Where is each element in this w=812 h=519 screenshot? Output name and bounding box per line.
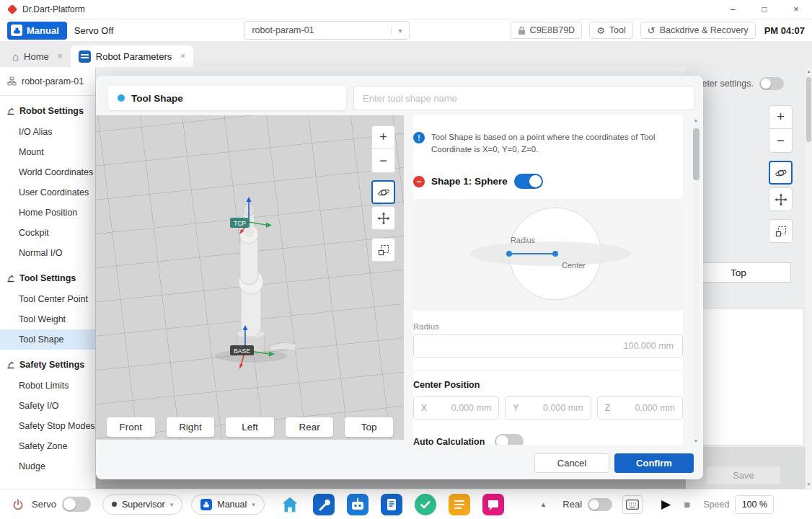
center-x-field[interactable]: X 0.000 mm [413,396,499,420]
scrollbar-thumb[interactable] [693,128,700,180]
tab-home[interactable]: ⌂ Home × [4,45,71,67]
servo-toggle[interactable] [62,497,91,512]
manual-label: Manual [27,25,59,36]
center-y-field[interactable]: Y 0.000 mm [505,396,591,420]
dialog-scrollbar[interactable]: ▲ ▼ [692,117,700,443]
shape-enabled-toggle[interactable] [514,174,543,189]
sidebar-section-safety-settings[interactable]: Safety Settings [0,354,95,376]
mode-select[interactable]: Manual ▾ [191,494,265,515]
tab-label: Home [24,51,49,62]
sidebar-item-cockpit[interactable]: Cockpit [0,223,95,243]
window-scrollbar[interactable]: ▲ ▼ [806,67,812,489]
sidebar-item-home-position[interactable]: Home Position [0,203,95,223]
save-button[interactable]: Save [706,466,781,485]
device-id-chip[interactable]: C9E8B79D [511,22,583,39]
backdrive-recovery-button[interactable]: ↺ Backdrive & Recovery [640,22,756,39]
scroll-down-icon[interactable]: ▼ [807,482,811,487]
radius-input[interactable] [413,334,683,358]
tool-button[interactable]: ⚙ Tool [589,22,633,39]
view-rear-button[interactable]: Rear [286,417,334,437]
status-monitor-icon[interactable] [415,494,436,515]
settings-hint-text: meter settings. [694,79,754,89]
rotate-view-button[interactable] [371,180,395,204]
sidebar-item-tool-shape[interactable]: Tool Shape [0,329,95,350]
sidebar-section-robot-settings[interactable]: Robot Settings [0,100,95,122]
dock-collapse-icon[interactable]: ▴ [542,500,546,509]
scroll-up-icon[interactable]: ▲ [694,117,699,123]
sidebar-item-user-coordinates[interactable]: User Coordinates [0,182,95,203]
workcell-manager-icon[interactable] [313,494,335,515]
sidebar-item-robot-limits[interactable]: Robot Limits [0,376,95,396]
virtual-keyboard-button[interactable] [622,495,643,514]
pan-view-button[interactable] [371,206,395,230]
role-select[interactable]: Supervisor ▾ [102,494,182,515]
scroll-up-icon[interactable]: ▲ [807,69,811,74]
center-z-field[interactable]: Z 0.000 mm [597,396,683,420]
sidebar-item-mount[interactable]: Mount [0,142,95,162]
view-left-button[interactable]: Left [226,417,274,437]
zoom-in-button[interactable]: + [371,125,395,149]
bg-rotate-view-button[interactable] [769,161,793,185]
diagram-center-label: Center [562,261,586,270]
tool-shape-name-input[interactable] [353,86,694,110]
sidebar-item-io-alias[interactable]: I/O Alias [0,122,95,142]
robot-3d-viewport[interactable]: TCP BASE + − [96,115,404,440]
info-row: ! Tool Shape is based on a point where t… [413,131,683,155]
tab-close-icon[interactable]: × [58,51,63,61]
minimize-button[interactable]: – [717,0,749,19]
zoom-controls: + − [371,125,395,173]
real-toggle[interactable] [588,498,612,511]
bg-projection-view-button[interactable] [769,219,793,243]
shape-row: − Shape 1: Sphere [413,174,683,189]
bg-zoom-in-button[interactable]: + [769,105,793,129]
auto-calculation-toggle[interactable] [495,434,524,445]
speed-value[interactable]: 100 % [735,495,774,514]
tool-shape-dialog: Tool Shape [96,76,703,479]
robot-param-select[interactable]: robot-param-01 ▾ [244,21,410,40]
view-top-button[interactable]: Top [345,417,393,437]
sidebar-item-tool-center-point[interactable]: Tool Center Point [0,289,95,309]
manual-mode-button[interactable]: Manual [7,22,67,40]
scroll-down-icon[interactable]: ▼ [694,438,699,443]
pan-icon [775,193,787,206]
tab-close-icon[interactable]: × [180,51,185,61]
tab-robot-parameters[interactable]: Robot Parameters × [71,45,194,67]
titlebar: Dr.Dart-Platform – □ × [0,0,812,19]
cancel-button[interactable]: Cancel [534,453,609,473]
play-button[interactable]: ▶ [661,497,671,512]
bg-zoom-out-button[interactable]: − [769,129,793,153]
close-button[interactable]: × [780,0,812,19]
sidebar-item-world-coordinates[interactable]: World Coordinates [0,162,95,182]
remove-shape-button[interactable]: − [413,176,425,187]
confirm-button[interactable]: Confirm [614,453,694,473]
dart-home-icon[interactable] [279,494,301,515]
chevron-down-icon: ▾ [391,27,402,35]
log-icon[interactable] [449,494,470,515]
background-panel: meter settings. + − Top Save [686,67,806,489]
stop-button[interactable]: ■ [684,498,690,510]
bg-content-panel [692,309,804,445]
sidebar-item-safety-zone[interactable]: Safety Zone [0,436,95,456]
sidebar-item-tool-weight[interactable]: Tool Weight [0,309,95,329]
diagram-radius-label: Radius [511,236,536,244]
shape-settings-panel: ! Tool Shape is based on a point where t… [413,115,683,445]
view-front-button[interactable]: Front [107,417,155,437]
view-right-button[interactable]: Right [167,417,215,437]
settings-toggle[interactable] [759,77,784,90]
zoom-out-button[interactable]: − [371,149,395,173]
info-text: Tool Shape is based on a point where the… [431,131,673,155]
maximize-button[interactable]: □ [749,0,780,19]
scrollbar-thumb[interactable] [806,77,811,142]
sidebar-item-normal-io[interactable]: Normal I/O [0,243,95,263]
manual-mode-icon [200,499,212,510]
sidebar-item-safety-stop-modes[interactable]: Safety Stop Modes [0,416,95,436]
message-icon[interactable] [482,494,504,515]
scrollbar-track[interactable] [693,124,700,437]
sidebar-item-nudge[interactable]: Nudge [0,456,95,476]
sidebar-section-tool-settings[interactable]: Tool Settings [0,267,95,289]
task-editor-icon[interactable] [381,494,402,515]
bg-pan-view-button[interactable] [769,187,793,211]
sidebar-item-safety-io[interactable]: Safety I/O [0,396,95,416]
projection-view-button[interactable] [371,238,395,262]
robot-ide-icon[interactable] [347,494,369,515]
